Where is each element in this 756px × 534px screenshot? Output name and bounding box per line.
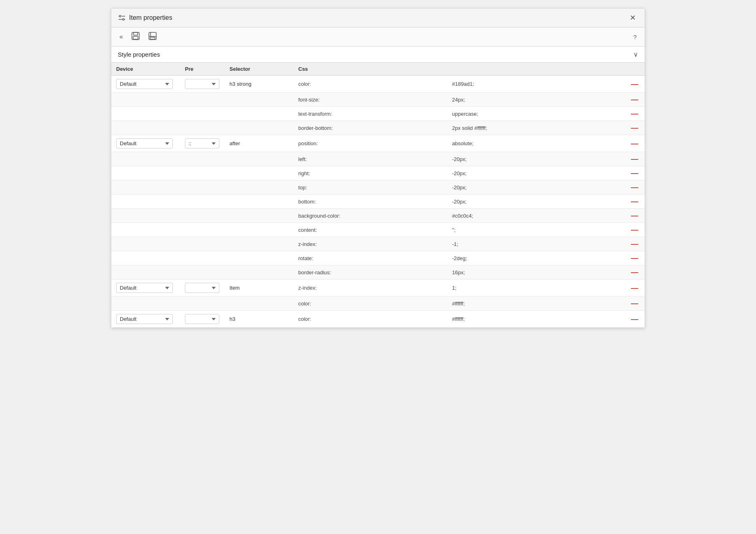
css-property-cell: color: [293,76,447,93]
col-header-value [447,63,624,76]
selector-cell: h3 [225,311,293,328]
device-select[interactable]: Default [116,283,173,293]
panel-header: Item properties ✕ [111,8,645,28]
css-value-cell: -20px; [447,152,624,166]
table-row: Defaulth3color:#ffffff;— [111,311,645,328]
table-row: border-radius:16px;— [111,265,645,280]
css-value-cell: 16px; [447,265,624,280]
remove-row-button[interactable]: — [629,184,640,191]
selector-cell: h3 strong [225,76,293,93]
css-value-cell: ''; [447,223,624,237]
css-value-cell: -20px; [447,166,624,180]
remove-row-button[interactable]: — [629,170,640,177]
css-property-cell: rotate: [293,251,447,265]
table-row: Default::afterposition:absolute;— [111,135,645,152]
css-value-cell: 2px solid #ffffff; [447,121,624,135]
table-row: Defaulth3 strongcolor:#189ad1;— [111,76,645,93]
table-body: Defaulth3 strongcolor:#189ad1;—font-size… [111,76,645,328]
svg-rect-8 [133,36,138,39]
css-property-cell: right: [293,166,447,180]
section-toggle-button[interactable]: ∨ [633,51,638,58]
device-select[interactable]: Default [116,138,173,148]
css-value-cell: absolute; [447,135,624,152]
remove-row-button[interactable]: — [629,212,640,219]
pre-select[interactable]: :: [185,138,219,148]
save2-button[interactable] [147,31,159,43]
table-row: background-color:#c0c0c4;— [111,209,645,223]
css-property-cell: color: [293,297,447,311]
table-row: color:#ffffff;— [111,297,645,311]
device-select[interactable]: Default [116,79,173,89]
remove-row-button[interactable]: — [629,110,640,117]
css-value-cell: -20px; [447,180,624,195]
remove-row-button[interactable]: — [629,198,640,205]
remove-row-button[interactable]: — [629,140,640,147]
table-row: border-bottom:2px solid #ffffff;— [111,121,645,135]
table-row: font-size:24px;— [111,93,645,107]
remove-row-button[interactable]: — [629,124,640,131]
css-property-cell: content: [293,223,447,237]
table-row: bottom:-20px;— [111,195,645,209]
css-value-cell: -2deg; [447,251,624,265]
css-property-cell: border-radius: [293,265,447,280]
close-button[interactable]: ✕ [627,13,638,23]
css-property-cell: border-bottom: [293,121,447,135]
device-select[interactable]: Default [116,314,173,324]
svg-point-3 [123,19,124,20]
remove-row-button[interactable]: — [629,226,640,233]
css-property-cell: z-index: [293,237,447,251]
css-property-cell: font-size: [293,93,447,107]
css-value-cell: #189ad1; [447,76,624,93]
save1-button[interactable] [130,31,142,43]
remove-row-button[interactable]: — [629,240,640,248]
panel-title: Item properties [129,14,172,21]
css-property-cell: background-color: [293,209,447,223]
css-property-cell: bottom: [293,195,447,209]
save2-icon [148,32,157,40]
svg-rect-12 [150,37,155,39]
css-value-cell: -20px; [447,195,624,209]
svg-rect-7 [134,32,138,35]
table-row: DefaultItemz-index:1;— [111,280,645,297]
col-header-css: Css [293,63,447,76]
css-property-cell: z-index: [293,280,447,297]
css-property-cell: position: [293,135,447,152]
remove-row-button[interactable]: — [629,81,640,88]
css-property-cell: left: [293,152,447,166]
pre-select[interactable] [185,283,219,293]
svg-point-0 [119,15,121,17]
settings-icon [118,14,126,22]
table-row: right:-20px;— [111,166,645,180]
remove-row-button[interactable]: — [629,254,640,262]
col-header-selector: Selector [225,63,293,76]
section-label: Style properties [118,51,160,58]
remove-row-button[interactable]: — [629,155,640,163]
remove-row-button[interactable]: — [629,300,640,307]
remove-row-button[interactable]: — [629,284,640,292]
remove-row-button[interactable]: — [629,269,640,276]
pre-select[interactable] [185,79,219,89]
css-value-cell: 24px; [447,93,624,107]
pre-select[interactable] [185,314,219,324]
help-button[interactable]: ? [632,33,638,41]
css-property-cell: color: [293,311,447,328]
css-value-cell: #c0c0c4; [447,209,624,223]
css-value-cell: #ffffff; [447,311,624,328]
table-header: Device Pre Selector Css [111,63,645,76]
selector-cell: after [225,135,293,152]
table-row: z-index:-1;— [111,237,645,251]
table-row: top:-20px;— [111,180,645,195]
css-property-cell: top: [293,180,447,195]
remove-row-button[interactable]: — [629,316,640,323]
table-row: rotate:-2deg;— [111,251,645,265]
back-button[interactable]: « [118,32,125,41]
col-header-action [624,63,645,76]
panel-toolbar: « ? [111,28,645,47]
styles-table: Device Pre Selector Css Defaulth3 strong… [111,63,645,328]
remove-row-button[interactable]: — [629,96,640,103]
selector-cell: Item [225,280,293,297]
panel-header-left: Item properties [118,14,172,22]
item-properties-panel: Item properties ✕ « [111,8,645,328]
section-header: Style properties ∨ [111,47,645,63]
styles-table-container: Device Pre Selector Css Defaulth3 strong… [111,63,645,328]
